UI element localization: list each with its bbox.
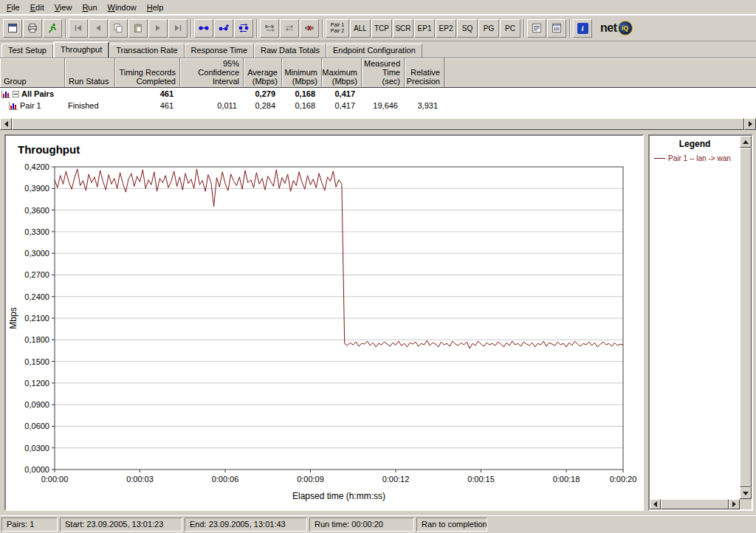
menu-help[interactable]: Help bbox=[142, 1, 169, 14]
svg-text:0,2100: 0,2100 bbox=[24, 314, 49, 323]
pair-chart-icon bbox=[9, 102, 18, 110]
svg-text:0,1500: 0,1500 bbox=[24, 357, 49, 366]
toolbar-separator bbox=[523, 19, 525, 38]
paste-button[interactable] bbox=[128, 19, 148, 38]
delete-pair-button[interactable] bbox=[300, 19, 319, 38]
legend-title: Legend bbox=[650, 139, 740, 149]
timing-records-cell: 461 bbox=[115, 89, 180, 98]
menu-window[interactable]: Window bbox=[103, 1, 142, 14]
first-pair-button[interactable] bbox=[69, 19, 88, 38]
svg-text:0,1200: 0,1200 bbox=[24, 379, 49, 388]
run-test-icon bbox=[47, 23, 58, 33]
add-group-icon bbox=[218, 23, 230, 33]
throughput-chart-svg: 0,42000,39000,36000,33000,30000,27000,24… bbox=[6, 159, 641, 506]
group-label: All Pairs bbox=[21, 89, 54, 98]
minimum-cell: 0,168 bbox=[282, 89, 322, 98]
last-pair-button[interactable] bbox=[168, 19, 188, 38]
menu-view[interactable]: View bbox=[49, 1, 78, 14]
swap-endpoints-button[interactable] bbox=[234, 19, 253, 38]
status-result: Ran to completion bbox=[416, 517, 487, 532]
add-pair-button[interactable] bbox=[194, 19, 213, 38]
minimum-cell: 0,168 bbox=[282, 101, 322, 110]
previous-pair-button[interactable] bbox=[89, 19, 108, 38]
tab-throughput[interactable]: Throughput bbox=[53, 41, 109, 58]
copy-icon bbox=[113, 23, 123, 33]
last-pair-icon bbox=[173, 23, 183, 33]
tab-response-time[interactable]: Response Time bbox=[185, 44, 254, 58]
filter-pc-button[interactable]: PC bbox=[500, 19, 520, 38]
previous-pair-icon bbox=[93, 23, 103, 33]
status-bar: Pairs: 1 Start: 23.09.2005, 13:01:23 End… bbox=[0, 515, 756, 533]
legend-horizontal-scrollbar[interactable] bbox=[650, 499, 740, 509]
info-icon: i bbox=[577, 23, 588, 34]
status-end-time: End: 23.09.2005, 13:01:43 bbox=[185, 517, 307, 532]
tab-transaction-rate[interactable]: Transaction Rate bbox=[109, 44, 184, 58]
next-pair-button[interactable] bbox=[148, 19, 168, 38]
svg-text:0,0600: 0,0600 bbox=[24, 422, 49, 430]
table-horizontal-scrollbar[interactable] bbox=[0, 118, 756, 130]
svg-text:0,1800: 0,1800 bbox=[24, 335, 49, 344]
scrollbar-thumb[interactable] bbox=[740, 148, 752, 487]
filter-sq-button[interactable]: SQ bbox=[457, 19, 478, 38]
scroll-down-button[interactable] bbox=[740, 487, 752, 499]
run-test-button[interactable] bbox=[43, 19, 62, 38]
menu-file[interactable]: File bbox=[1, 1, 25, 14]
svg-text:0,3600: 0,3600 bbox=[24, 206, 49, 215]
chart-region: Throughput 0,42000,39000,36000,33000,300… bbox=[0, 130, 756, 515]
maximum-cell: 0,417 bbox=[322, 101, 362, 110]
copy-button[interactable] bbox=[109, 19, 128, 38]
svg-text:0:00:15: 0:00:15 bbox=[467, 475, 495, 484]
info-button[interactable]: i bbox=[573, 19, 592, 38]
group-label: Pair 1 bbox=[20, 101, 41, 110]
toolbar-separator bbox=[569, 19, 571, 38]
svg-text:0:00:09: 0:00:09 bbox=[297, 475, 324, 484]
scroll-up-button[interactable] bbox=[740, 136, 752, 148]
pair-visibility-button[interactable]: Pair 1 Pair 2 bbox=[326, 19, 349, 38]
column-header-maximum: Maximum (Mbps) bbox=[322, 58, 362, 87]
collapse-all-pairs-icon[interactable] bbox=[13, 91, 19, 97]
scroll-left-button[interactable] bbox=[650, 499, 661, 509]
filter-ep1-button[interactable]: EP1 bbox=[414, 19, 435, 38]
menu-run[interactable]: Run bbox=[77, 1, 102, 14]
filter-scr-button[interactable]: SCR bbox=[393, 19, 413, 38]
svg-text:0:00:20: 0:00:20 bbox=[610, 475, 637, 484]
reverse-pair-icon bbox=[284, 23, 295, 33]
replicate-pair-button[interactable] bbox=[260, 19, 279, 38]
column-header-filler bbox=[444, 58, 756, 87]
filter-pg-button[interactable]: PG bbox=[478, 19, 499, 38]
chart-title: Throughput bbox=[6, 136, 642, 159]
legend-vertical-scrollbar[interactable] bbox=[740, 136, 752, 499]
print-button[interactable] bbox=[23, 19, 42, 38]
svg-text:0:00:03: 0:00:03 bbox=[126, 475, 154, 484]
add-pair-icon bbox=[198, 23, 210, 33]
add-group-button[interactable] bbox=[214, 19, 233, 38]
scroll-right-button[interactable] bbox=[729, 499, 740, 509]
scrollbar-thumb[interactable] bbox=[12, 118, 744, 130]
tab-test-setup[interactable]: Test Setup bbox=[1, 44, 53, 58]
table-row-pair-1[interactable]: Pair 1 Finished 461 0,011 0,284 0,168 0,… bbox=[0, 100, 756, 111]
column-header-relative-precision: Relative Precision bbox=[405, 58, 444, 87]
scroll-left-button[interactable] bbox=[0, 118, 12, 130]
filter-ep2-button[interactable]: EP2 bbox=[436, 19, 456, 38]
tab-raw-data-totals[interactable]: Raw Data Totals bbox=[254, 44, 326, 58]
scrollbar-thumb[interactable] bbox=[661, 499, 729, 509]
list-view-button[interactable] bbox=[527, 19, 546, 38]
table-row-all-pairs[interactable]: All Pairs 461 0,279 0,168 0,417 bbox=[0, 88, 756, 100]
svg-text:Elapsed time (h:mm:ss): Elapsed time (h:mm:ss) bbox=[292, 491, 385, 501]
legend-entry-label: Pair 1 -- lan -> wan bbox=[668, 154, 731, 162]
toolbar-separator bbox=[190, 19, 192, 38]
scroll-right-button[interactable] bbox=[744, 118, 756, 130]
toolbar-separator bbox=[256, 19, 258, 38]
report-button[interactable] bbox=[3, 19, 22, 38]
relative-precision-cell: 3,931 bbox=[405, 101, 444, 110]
toolbar: Pair 1 Pair 2 ALL TCP SCR EP1 EP2 SQ PG … bbox=[0, 15, 756, 41]
tab-endpoint-configuration[interactable]: Endpoint Configuration bbox=[326, 44, 422, 58]
details-view-button[interactable] bbox=[547, 19, 566, 38]
filter-all-button[interactable]: ALL bbox=[350, 19, 371, 38]
reverse-pair-button[interactable] bbox=[280, 19, 299, 38]
menu-edit[interactable]: Edit bbox=[25, 1, 49, 14]
svg-text:Mbps: Mbps bbox=[8, 307, 18, 329]
filter-tcp-button[interactable]: TCP bbox=[371, 19, 392, 38]
svg-text:0,3300: 0,3300 bbox=[24, 227, 49, 236]
svg-text:0:00:06: 0:00:06 bbox=[212, 475, 239, 484]
